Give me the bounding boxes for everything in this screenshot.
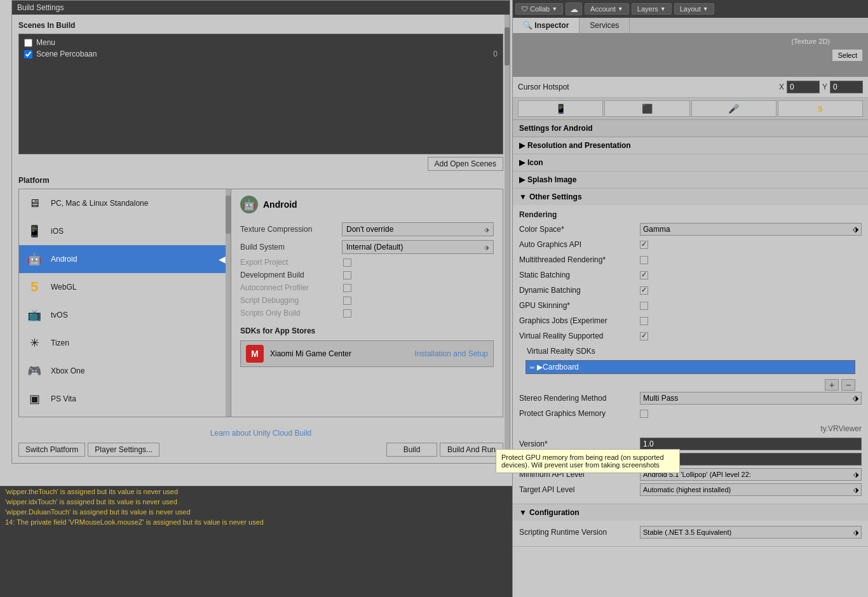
platform-item-xboxone[interactable]: 🎮 Xbox One xyxy=(19,357,231,385)
platform-item-android[interactable]: 🤖 Android ◀ xyxy=(19,245,231,273)
tab-services-label: Services xyxy=(590,21,619,30)
platform-item-tizen[interactable]: ✳ Tizen xyxy=(19,329,231,357)
sdk-link-xiaomi[interactable]: Installation and Setup xyxy=(415,349,488,358)
platform-icon-btn-android[interactable]: 📱 xyxy=(518,100,603,117)
dynamic-batching-checkbox[interactable] xyxy=(640,286,648,295)
account-button[interactable]: Account ▼ xyxy=(585,3,629,15)
export-project-checkbox[interactable] xyxy=(343,258,351,267)
version-input[interactable] xyxy=(640,438,862,450)
protect-graphics-checkbox[interactable] xyxy=(640,410,648,418)
android-header: 🤖 Android xyxy=(240,196,494,213)
resolution-header[interactable]: ▶ Resolution and Presentation xyxy=(513,137,868,154)
select-texture-button[interactable]: Select xyxy=(832,49,863,62)
build-window-scrollbar[interactable] xyxy=(505,15,510,463)
min-api-arrow: ⬗ xyxy=(853,471,858,479)
build-bottom: Learn about Unity Cloud Build Switch Pla… xyxy=(12,422,510,463)
sdk-item-xiaomi: M Xiaomi Mi Game Center Installation and… xyxy=(240,340,494,367)
graphics-jobs-row: Graphics Jobs (Experimer xyxy=(519,314,862,327)
xy-pair: X Y xyxy=(779,81,863,93)
platform-label-tizen: Tizen xyxy=(51,339,69,347)
platform-icon-btn-html5[interactable]: 5 xyxy=(778,100,863,117)
console-line-3: 'wipper.DuluanTouch' is assigned but its… xyxy=(0,507,534,517)
account-label: Account xyxy=(590,5,616,13)
texture-compression-select[interactable]: Don't override ⬗ xyxy=(342,222,494,236)
sdk-name-xiaomi: Xiaomi Mi Game Center xyxy=(270,349,415,358)
tab-inspector[interactable]: 🔍 Inspector xyxy=(513,18,580,33)
scene-checkbox-percobaan[interactable] xyxy=(24,50,32,58)
gpu-skinning-checkbox[interactable] xyxy=(640,302,648,310)
cursor-hotspot-y[interactable] xyxy=(830,81,863,93)
platform-item-ios[interactable]: 📱 iOS xyxy=(19,217,231,245)
cloud-build-link[interactable]: Learn about Unity Cloud Build xyxy=(18,429,503,438)
autoconnect-profiler-checkbox[interactable] xyxy=(343,284,351,292)
icon-label: Icon xyxy=(527,158,543,167)
scene-item-menu[interactable]: Menu xyxy=(22,37,500,48)
auto-graphics-checkbox[interactable] xyxy=(640,241,648,249)
scene-item-percobaan[interactable]: Scene Percobaan 0 xyxy=(22,48,500,60)
layers-button[interactable]: Layers ▼ xyxy=(632,3,672,15)
add-open-scenes-button[interactable]: Add Open Scenes xyxy=(428,157,503,171)
vr-sdk-add-button[interactable]: + xyxy=(825,379,839,391)
multithreaded-checkbox[interactable] xyxy=(640,256,648,264)
texture-preview: (Texture 2D) Select xyxy=(513,34,868,77)
vr-sdk-item-cardboard[interactable]: ═ ▶ Cardboard xyxy=(526,361,855,373)
build-and-run-button[interactable]: Build And Run xyxy=(440,443,503,457)
vr-sdk-list: ═ ▶ Cardboard xyxy=(526,360,855,374)
configuration-header[interactable]: ▼ Configuration xyxy=(513,504,868,521)
scene-checkbox-menu[interactable] xyxy=(24,39,32,47)
build-system-label: Build System xyxy=(240,243,342,252)
icon-header[interactable]: ▶ Icon xyxy=(513,154,868,171)
texture-compression-row: Texture Compression Don't override ⬗ xyxy=(240,222,494,236)
development-build-checkbox[interactable] xyxy=(343,271,351,279)
texture-compression-label: Texture Compression xyxy=(240,225,342,234)
target-api-value: Automatic (highest installed) xyxy=(643,486,731,493)
platform-item-tvos[interactable]: 📺 tvOS xyxy=(19,301,231,329)
layers-caret: ▼ xyxy=(660,6,666,12)
scripting-runtime-label: Scripting Runtime Version xyxy=(519,528,640,537)
collab-label: Collab xyxy=(530,5,550,13)
stereo-rendering-select[interactable]: Multi Pass ⬗ xyxy=(640,392,862,405)
cloud-button[interactable]: ☁ xyxy=(566,3,582,15)
platform-label-ios: iOS xyxy=(51,227,64,236)
scripting-runtime-select[interactable]: Stable (.NET 3.5 Equivalent) ⬗ xyxy=(640,526,862,539)
other-settings-caret: ▼ xyxy=(519,192,527,201)
platform-section-title: Platform xyxy=(18,176,503,185)
platform-icon-xboxone: 🎮 xyxy=(24,361,44,381)
build-system-select[interactable]: Internal (Default) ⬗ xyxy=(342,240,494,254)
static-batching-checkbox[interactable] xyxy=(640,271,648,279)
platform-icon-btn-mic[interactable]: 🎤 xyxy=(691,100,776,117)
color-space-select[interactable]: Gamma ⬗ xyxy=(640,223,862,236)
rendering-title: Rendering xyxy=(519,210,862,219)
platform-item-webgl[interactable]: 5 WebGL xyxy=(19,273,231,301)
tab-services[interactable]: Services xyxy=(580,18,630,33)
vr-sdk-remove-button[interactable]: − xyxy=(841,379,855,391)
cursor-hotspot-x[interactable] xyxy=(787,81,820,93)
protect-graphics-row: Protect Graphics Memory xyxy=(519,407,862,420)
platform-item-psvita[interactable]: ▣ PS Vita xyxy=(19,385,231,413)
y-label: Y xyxy=(822,83,827,91)
platform-icon-btn-tablet[interactable]: ⬛ xyxy=(604,100,689,117)
collab-button[interactable]: 🛡 Collab ▼ xyxy=(515,3,563,15)
scene-name-menu: Menu xyxy=(36,38,55,47)
switch-platform-button[interactable]: Switch Platform xyxy=(18,443,85,457)
platform-label-android: Android xyxy=(51,255,77,264)
scripts-only-build-checkbox[interactable] xyxy=(343,309,351,318)
graphics-jobs-checkbox[interactable] xyxy=(640,317,648,325)
splash-header[interactable]: ▶ Splash Image xyxy=(513,171,868,188)
platform-list: 🖥 PC, Mac & Linux Standalone 📱 iOS 🤖 And… xyxy=(19,189,231,417)
gpu-skinning-row: GPU Skinning* xyxy=(519,299,862,312)
platform-item-pc[interactable]: 🖥 PC, Mac & Linux Standalone xyxy=(19,189,231,217)
platform-arrow-android: ◀ xyxy=(219,254,226,264)
target-api-select[interactable]: Automatic (highest installed) ⬗ xyxy=(640,483,862,496)
build-button[interactable]: Build xyxy=(386,443,437,457)
build-title-bar: Build Settings xyxy=(12,1,510,15)
script-debugging-checkbox[interactable] xyxy=(343,297,351,305)
vr-supported-checkbox[interactable] xyxy=(640,332,648,340)
configuration-content: Scripting Runtime Version Stable (.NET 3… xyxy=(513,521,868,546)
android-settings-panel: 🤖 Android Texture Compression Don't over… xyxy=(231,189,503,417)
player-settings-button[interactable]: Player Settings... xyxy=(88,443,159,457)
layout-button[interactable]: Layout ▼ xyxy=(674,3,714,15)
other-settings-header[interactable]: ▼ Other Settings xyxy=(513,189,868,205)
color-space-arrow: ⬗ xyxy=(853,225,858,234)
platform-scrollbar[interactable] xyxy=(226,189,231,417)
